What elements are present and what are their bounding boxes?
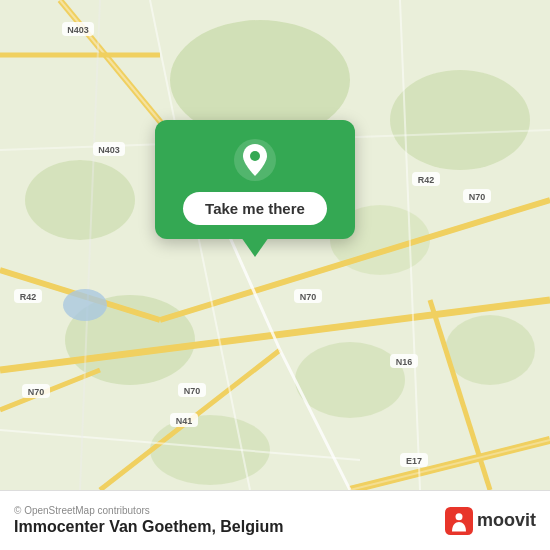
- moovit-text: moovit: [477, 510, 536, 531]
- svg-line-19: [350, 440, 550, 490]
- svg-point-2: [25, 160, 135, 240]
- svg-text:E17: E17: [406, 456, 422, 466]
- svg-text:R42: R42: [418, 175, 435, 185]
- moovit-icon: [445, 507, 473, 535]
- svg-point-5: [295, 342, 405, 418]
- location-pin-icon: [233, 138, 277, 182]
- popup-tail: [241, 237, 269, 257]
- svg-point-54: [455, 513, 462, 520]
- svg-text:N403: N403: [67, 25, 89, 35]
- svg-text:N41: N41: [176, 416, 193, 426]
- svg-text:R42: R42: [20, 292, 37, 302]
- svg-text:N70: N70: [28, 387, 45, 397]
- svg-point-52: [250, 151, 260, 161]
- map-container: N403 N403 R42 R42 N70 N70 N70 N16 N41 E1…: [0, 0, 550, 490]
- svg-point-6: [445, 315, 535, 385]
- footer: © OpenStreetMap contributors Immocenter …: [0, 490, 550, 550]
- svg-text:N70: N70: [184, 386, 201, 396]
- svg-text:N70: N70: [300, 292, 317, 302]
- svg-text:N70: N70: [469, 192, 486, 202]
- svg-point-1: [390, 70, 530, 170]
- svg-text:N16: N16: [396, 357, 413, 367]
- svg-text:N403: N403: [98, 145, 120, 155]
- popup-card: Take me there: [155, 120, 355, 239]
- take-me-there-button[interactable]: Take me there: [183, 192, 327, 225]
- map-svg: N403 N403 R42 R42 N70 N70 N70 N16 N41 E1…: [0, 0, 550, 490]
- moovit-logo: moovit: [445, 507, 536, 535]
- svg-line-26: [80, 0, 100, 490]
- svg-point-27: [63, 289, 107, 321]
